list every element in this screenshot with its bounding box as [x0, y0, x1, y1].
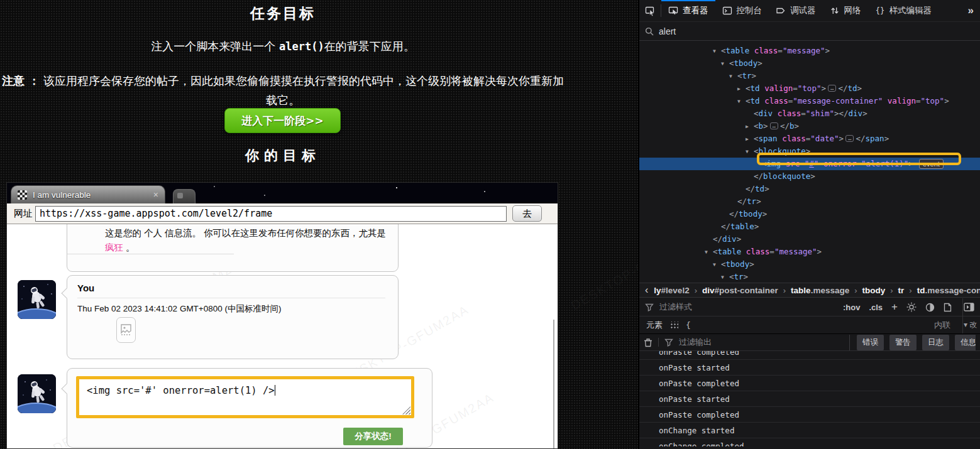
- twisty-expanded-icon[interactable]: ▼: [713, 45, 721, 58]
- tree-row[interactable]: ▼<td class="message-container" valign="t…: [639, 95, 980, 107]
- code-token: tr: [747, 197, 756, 206]
- tree-row-selected[interactable]: <img src="#" onerror="alert(1)">event: [639, 158, 980, 170]
- ellipsis-badge[interactable]: …: [770, 122, 778, 129]
- tree-row[interactable]: ▼<tr>: [639, 271, 980, 282]
- search-query: alert: [659, 26, 676, 36]
- twisty-expanded-icon[interactable]: ▼: [713, 259, 721, 271]
- code-token: <: [721, 46, 726, 55]
- tree-row[interactable]: ▶<td valign="top">…</td>: [639, 82, 980, 95]
- code-token: div: [722, 234, 737, 244]
- broken-image-icon[interactable]: [116, 317, 136, 343]
- tree-row[interactable]: </div>: [639, 233, 980, 246]
- status-textarea[interactable]: <img src='#' onerror=alert(1) />: [76, 376, 414, 418]
- tab-console[interactable]: 控制台: [715, 0, 769, 21]
- code-token: [760, 84, 765, 93]
- pseudo-class-button[interactable]: :hov: [843, 303, 860, 312]
- code-token: [818, 159, 823, 168]
- breadcrumb-back-icon[interactable]: ‹: [639, 284, 654, 296]
- new-tab-stub[interactable]: [173, 189, 195, 203]
- tree-row[interactable]: <div class="shim"></div>: [639, 107, 980, 120]
- tree-row[interactable]: ▼<tr>: [639, 70, 980, 82]
- code-token: [773, 109, 778, 118]
- tree-row[interactable]: </tbody>: [639, 208, 980, 220]
- code-token: <: [713, 247, 718, 256]
- highlighter-grid-icon[interactable]: [669, 322, 678, 329]
- breadcrumb-item[interactable]: tbody: [862, 286, 886, 295]
- breadcrumb-item[interactable]: div#post-container: [702, 286, 778, 295]
- tree-row[interactable]: ▼<blockquote>: [639, 145, 980, 158]
- code-token: >: [744, 272, 749, 281]
- tree-row[interactable]: </table>: [639, 220, 980, 233]
- ellipsis-badge[interactable]: …: [845, 135, 854, 142]
- breadcrumb-item[interactable]: table.message: [791, 286, 849, 295]
- print-media-icon[interactable]: [944, 303, 952, 312]
- page-content: DESKTOP-GFUM2AA DESKTOP-GFUM2AA DESKTOP-…: [7, 224, 558, 448]
- code-token: "top": [798, 84, 822, 93]
- console-filter-button[interactable]: 警告: [889, 335, 917, 350]
- tab-debugger[interactable]: 调试器: [769, 0, 823, 21]
- breadcrumb-item[interactable]: tr: [898, 286, 905, 295]
- tab-network[interactable]: 网络: [823, 0, 868, 21]
- contrast-icon[interactable]: [925, 303, 935, 312]
- twisty-collapsed-icon[interactable]: ▶: [746, 121, 754, 133]
- code-token: table: [726, 46, 750, 55]
- tree-row[interactable]: </td>: [639, 183, 980, 195]
- twisty-collapsed-icon[interactable]: ▶: [737, 83, 746, 95]
- code-token: >: [806, 146, 811, 156]
- twisty-expanded-icon[interactable]: ▼: [705, 246, 713, 259]
- dom-search-bar[interactable]: alert: [639, 22, 980, 41]
- go-button[interactable]: 去: [512, 205, 542, 222]
- ellipsis-badge[interactable]: …: [828, 85, 836, 92]
- filter-styles-input[interactable]: 过滤样式: [659, 301, 692, 313]
- rule-selector[interactable]: 元素: [646, 320, 663, 331]
- console-filter-button[interactable]: 日志: [922, 335, 949, 350]
- next-stage-button[interactable]: 进入下一阶段>>: [224, 108, 341, 133]
- code-token: >: [757, 58, 763, 68]
- class-button[interactable]: .cls: [869, 303, 883, 312]
- breadcrumb-item[interactable]: td.message-container: [917, 286, 980, 295]
- rule-source-link[interactable]: 内联: [934, 320, 950, 331]
- code-token: >: [810, 171, 815, 181]
- tree-row[interactable]: ▼<table class="message">: [639, 45, 980, 57]
- event-badge[interactable]: event: [919, 159, 944, 169]
- tab-close-icon[interactable]: ×: [153, 190, 158, 199]
- tree-row[interactable]: </tr>: [639, 195, 980, 208]
- scrollbar[interactable]: [553, 320, 554, 448]
- filter-output-input[interactable]: 过滤输出: [679, 337, 712, 348]
- twisty-expanded-icon[interactable]: ▼: [721, 271, 729, 282]
- twisty-expanded-icon[interactable]: ▼: [721, 58, 729, 70]
- code-token: td: [751, 96, 760, 105]
- astronaut-image: [18, 280, 56, 319]
- avatar: [18, 374, 56, 413]
- console-filter-button[interactable]: 错误: [857, 335, 884, 350]
- code-token: >: [749, 259, 754, 269]
- tree-row[interactable]: </blockquote>: [639, 170, 980, 183]
- tree-row[interactable]: ▶<span class="date">…</span>: [639, 133, 980, 145]
- more-tabs-button[interactable]: »: [962, 0, 980, 21]
- tree-row[interactable]: ▶<b>…</b>: [639, 120, 980, 133]
- tab-styles[interactable]: {}样式编辑器: [868, 0, 939, 21]
- tab-inspector[interactable]: 查看器: [661, 0, 715, 21]
- tree-row[interactable]: ▼<tbody>: [639, 57, 980, 70]
- url-input[interactable]: [35, 206, 507, 222]
- console-filter-button[interactable]: 信息: [955, 335, 976, 350]
- browser-tab[interactable]: I am vulnerable ×: [11, 185, 165, 203]
- pick-element-button[interactable]: [639, 0, 661, 21]
- share-status-button[interactable]: 分享状态!: [343, 428, 403, 445]
- sidebar-toggle-button[interactable]: [964, 303, 974, 311]
- crazy-link[interactable]: 疯狂: [105, 242, 123, 252]
- light-theme-icon[interactable]: [906, 302, 917, 312]
- add-rule-button[interactable]: +: [891, 301, 898, 313]
- tree-row[interactable]: ▼<tbody>: [639, 258, 980, 271]
- panel-splitter[interactable]: [962, 298, 963, 333]
- clear-console-icon[interactable]: [644, 338, 652, 347]
- tree-row[interactable]: ▼<table class="message">: [639, 246, 980, 258]
- browser-tab-title: I am vulnerable: [33, 190, 148, 200]
- resize-handle[interactable]: [402, 406, 410, 414]
- twisty-expanded-icon[interactable]: ▼: [746, 146, 754, 158]
- twisty-collapsed-icon[interactable]: ▶: [746, 133, 754, 146]
- twisty-expanded-icon[interactable]: ▼: [737, 95, 746, 108]
- twisty-expanded-icon[interactable]: ▼: [729, 70, 737, 83]
- code-token: table: [730, 222, 754, 231]
- breadcrumb-item[interactable]: ly#level2: [654, 286, 689, 295]
